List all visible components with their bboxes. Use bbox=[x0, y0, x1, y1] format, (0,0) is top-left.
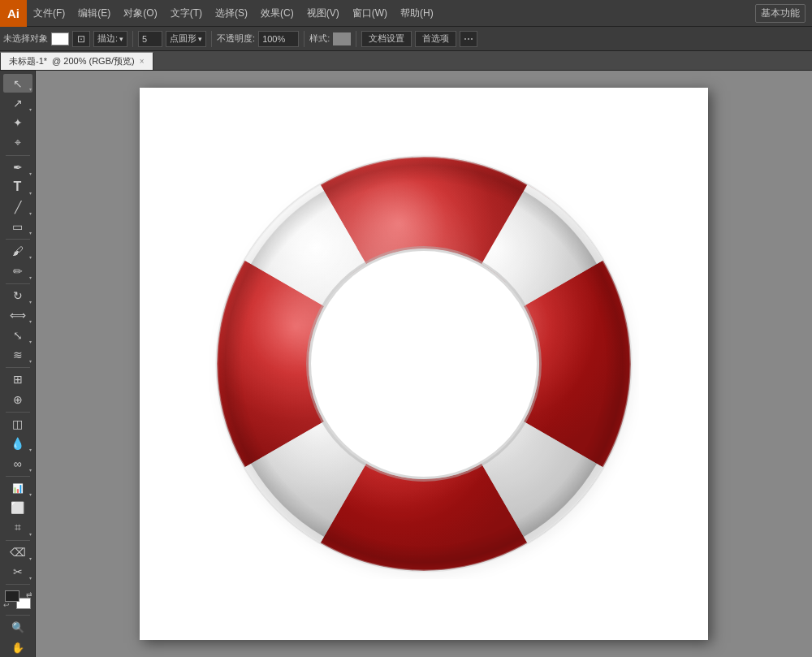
scissors-icon: ✂ bbox=[13, 565, 23, 578]
reset-colors-icon[interactable]: ↩ bbox=[3, 601, 10, 609]
workspace-button[interactable]: 基本功能 bbox=[755, 4, 806, 23]
direct-selection-icon: ↗ bbox=[13, 97, 23, 110]
sep3 bbox=[304, 31, 304, 47]
reflect-icon: ⟺ bbox=[10, 309, 26, 322]
rectangle-icon: ▭ bbox=[12, 220, 23, 233]
tab-close-button[interactable]: × bbox=[140, 57, 145, 66]
tab-bar: 未标题-1* @ 200% (RGB/预览) × bbox=[0, 51, 812, 71]
fill-swatch[interactable] bbox=[51, 32, 69, 45]
tool-sep-8 bbox=[6, 584, 30, 585]
shape-builder-icon: ⊕ bbox=[13, 393, 23, 406]
opacity-value-box[interactable]: 100% bbox=[258, 31, 299, 47]
tool-magic-wand[interactable]: ✦ bbox=[3, 114, 32, 132]
options-bar: 未选择对象 ⊡ 描边: 5 点圆形 不透明度: 100% 样式: 文档设置 首选… bbox=[0, 27, 812, 51]
pencil-icon: ✏ bbox=[13, 265, 23, 278]
tool-scale[interactable]: ⤡ ▾ bbox=[3, 326, 32, 344]
life-ring-illustration bbox=[209, 149, 639, 579]
chart-icon: 📊 bbox=[12, 483, 24, 494]
main-area: ↖ ▾ ↗ ▾ ✦ ⌖ ✒ ▾ T ▾ ╱ ▾ ▭ ▾ bbox=[0, 71, 812, 657]
tool-paintbrush[interactable]: 🖌 ▾ bbox=[3, 242, 32, 261]
menu-object[interactable]: 对象(O) bbox=[117, 0, 163, 26]
gradient-icon: ◫ bbox=[12, 417, 23, 430]
tool-gradient[interactable]: ◫ bbox=[3, 414, 32, 433]
tool-chart[interactable]: 📊 ▾ bbox=[3, 478, 32, 497]
tool-reflect[interactable]: ⟺ ▾ bbox=[3, 306, 32, 325]
menu-effect[interactable]: 效果(C) bbox=[254, 0, 300, 26]
paintbrush-icon: 🖌 bbox=[12, 244, 24, 257]
menu-view[interactable]: 视图(V) bbox=[300, 0, 346, 26]
swap-colors-icon[interactable]: ⇄ bbox=[26, 590, 32, 599]
tool-rectangle[interactable]: ▭ ▾ bbox=[3, 218, 32, 236]
menu-file[interactable]: 文件(F) bbox=[27, 0, 71, 26]
rotate-icon: ↻ bbox=[13, 289, 23, 302]
menu-type[interactable]: 文字(T) bbox=[164, 0, 209, 26]
tool-eyedropper[interactable]: 💧 ▾ bbox=[3, 434, 32, 453]
lasso-icon: ⌖ bbox=[15, 136, 21, 149]
tool-hand[interactable]: ✋ bbox=[3, 638, 32, 657]
tool-sep-4 bbox=[6, 367, 30, 368]
menu-edit[interactable]: 编辑(E) bbox=[71, 0, 117, 26]
tool-direct-selection[interactable]: ↗ ▾ bbox=[3, 93, 32, 112]
artboard-icon: ⬜ bbox=[11, 501, 24, 514]
tool-free-transform[interactable]: ⊞ bbox=[3, 370, 32, 389]
tool-artboard[interactable]: ⬜ bbox=[3, 499, 32, 517]
sep1 bbox=[132, 31, 133, 47]
canvas-area[interactable] bbox=[36, 71, 812, 657]
sep4 bbox=[356, 31, 356, 47]
tool-sep-2 bbox=[6, 239, 30, 240]
zoom-icon: 🔍 bbox=[11, 621, 24, 633]
scale-icon: ⤡ bbox=[13, 329, 23, 342]
eraser-icon: ⌫ bbox=[10, 546, 26, 559]
tool-sep-1 bbox=[6, 155, 30, 156]
style-swatch[interactable] bbox=[333, 32, 351, 45]
stroke-icon[interactable]: ⊡ bbox=[72, 31, 90, 47]
tool-lasso[interactable]: ⌖ bbox=[3, 133, 32, 152]
menu-window[interactable]: 窗口(W) bbox=[346, 0, 394, 26]
menu-bar: Ai 文件(F) 编辑(E) 对象(O) 文字(T) 选择(S) 效果(C) 视… bbox=[0, 0, 812, 27]
prefs-button[interactable]: 首选项 bbox=[415, 31, 456, 47]
line-icon: ╱ bbox=[15, 201, 21, 214]
hand-icon: ✋ bbox=[11, 642, 24, 654]
tool-rotate[interactable]: ↻ ▾ bbox=[3, 286, 32, 305]
document-tab[interactable]: 未标题-1* @ 200% (RGB/预览) × bbox=[0, 52, 153, 70]
toolbar: ↖ ▾ ↗ ▾ ✦ ⌖ ✒ ▾ T ▾ ╱ ▾ ▭ ▾ bbox=[0, 71, 36, 657]
ai-logo: Ai bbox=[0, 0, 27, 27]
doc-setup-button[interactable]: 文档设置 bbox=[361, 31, 412, 47]
artboard bbox=[140, 88, 708, 640]
tool-eraser[interactable]: ⌫ ▾ bbox=[3, 542, 32, 561]
tool-line[interactable]: ╱ ▾ bbox=[3, 197, 32, 216]
menu-help[interactable]: 帮助(H) bbox=[394, 0, 440, 26]
tool-pencil[interactable]: ✏ ▾ bbox=[3, 262, 32, 280]
foreground-color-swatch[interactable] bbox=[5, 590, 19, 602]
stroke-value-box[interactable]: 5 bbox=[138, 31, 162, 47]
tool-pen[interactable]: ✒ ▾ bbox=[3, 158, 32, 176]
tool-slice[interactable]: ⌗ ▾ bbox=[3, 518, 32, 537]
free-transform-icon: ⊞ bbox=[13, 373, 23, 386]
tool-scissors[interactable]: ✂ ▾ bbox=[3, 563, 32, 581]
tool-sep-6 bbox=[6, 476, 30, 477]
extra-options-icon[interactable]: ⋯ bbox=[460, 31, 477, 47]
tool-type[interactable]: T ▾ bbox=[3, 178, 32, 197]
blend-icon: ∞ bbox=[14, 457, 22, 470]
sep2 bbox=[211, 31, 212, 47]
magic-wand-icon: ✦ bbox=[13, 116, 23, 129]
menu-items: 文件(F) 编辑(E) 对象(O) 文字(T) 选择(S) 效果(C) 视图(V… bbox=[27, 0, 755, 26]
tool-shape-builder[interactable]: ⊕ bbox=[3, 390, 32, 408]
shape-dropdown[interactable]: 点圆形 bbox=[166, 31, 206, 47]
menu-select[interactable]: 选择(S) bbox=[209, 0, 254, 26]
opacity-label: 不透明度: bbox=[217, 32, 255, 45]
tool-zoom[interactable]: 🔍 bbox=[3, 618, 32, 637]
pen-icon: ✒ bbox=[13, 161, 23, 174]
type-icon: T bbox=[14, 179, 22, 194]
tool-sep-7 bbox=[6, 540, 30, 541]
color-swatches: ↩ ⇄ bbox=[3, 590, 32, 609]
tool-blend[interactable]: ∞ ▾ bbox=[3, 454, 32, 473]
eyedropper-icon: 💧 bbox=[11, 437, 24, 450]
style-label: 样式: bbox=[309, 32, 330, 45]
stroke-label: 描边: bbox=[97, 32, 118, 45]
tool-sep-3 bbox=[6, 283, 30, 284]
tool-selection[interactable]: ↖ ▾ bbox=[3, 74, 32, 93]
stroke-dropdown[interactable]: 描边: bbox=[93, 31, 127, 47]
tool-warp[interactable]: ≋ ▾ bbox=[3, 346, 32, 365]
tool-sep-9 bbox=[6, 615, 30, 616]
